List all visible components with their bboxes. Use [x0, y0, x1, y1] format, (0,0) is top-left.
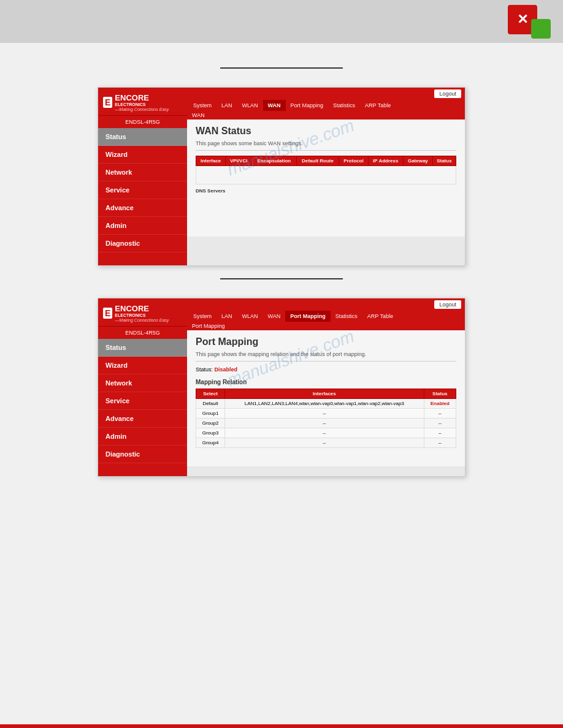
sidebar-menu-2: Status Wizard Network Service Advance Ad…: [98, 339, 187, 463]
logout-button-2[interactable]: Logout: [434, 300, 461, 309]
sidebar-item-status-1[interactable]: Status: [98, 128, 187, 146]
nav-tab-portmapping-1[interactable]: Port Mapping: [286, 100, 329, 111]
port-mapping-table: Select Interfaces Status Default LAN1,LA…: [196, 389, 456, 448]
brand-sub-1: ELECTRONICS: [115, 102, 169, 107]
sidebar-item-admin-2[interactable]: Admin: [98, 428, 187, 446]
router-layout-1: E ENCORE ELECTRONICS —Making Connections…: [98, 88, 465, 265]
top-nav-1: Logout: [187, 88, 465, 100]
router-layout-2: E ENCORE ELECTRONICS —Making Connections…: [98, 298, 465, 476]
sidebar-item-network-2[interactable]: Network: [98, 374, 187, 392]
table-row-default: Default LAN1,LAN2,LAN3,LAN4,wlan,wlan-va…: [196, 399, 456, 409]
sidebar-item-service-2[interactable]: Service: [98, 392, 187, 410]
nav-tab-statistics-2[interactable]: Statistics: [331, 311, 362, 322]
nav-tab-system-2[interactable]: System: [188, 311, 216, 322]
nav-tab-portmapping-2[interactable]: Port Mapping: [285, 311, 331, 322]
device-name-1: ENDSL-4R5G: [98, 116, 187, 128]
nav-tab-arptable-2[interactable]: ARP Table: [362, 311, 398, 322]
nav-tab-system-1[interactable]: System: [188, 100, 216, 111]
bottom-red-bar: [0, 724, 563, 728]
th-gateway: Gateway: [403, 156, 432, 166]
page-title-1: WAN Status: [196, 126, 456, 137]
sidebar-item-diagnostic-2[interactable]: Diagnostic: [98, 446, 187, 463]
sidebar-item-status-2[interactable]: Status: [98, 339, 187, 357]
cell-select-group4: Group4: [196, 438, 225, 448]
th-vpivci: VPI/VCI: [226, 156, 252, 166]
table-row-group1: Group1 -- --: [196, 409, 456, 419]
nav-tab-lan-2[interactable]: LAN: [216, 311, 237, 322]
table-row-group4: Group4 -- --: [196, 438, 456, 448]
header-logo: [508, 5, 551, 39]
sidebar-item-service-1[interactable]: Service: [98, 181, 187, 199]
brand-name-2: ENCORE: [115, 305, 169, 313]
top-nav-2: Logout: [187, 298, 465, 311]
section-divider-1: [220, 67, 343, 69]
encore-logo-1: E ENCORE ELECTRONICS —Making Connections…: [103, 94, 182, 112]
status-value: Disabled: [215, 366, 238, 373]
content-area-2: manualshive.com Port Mapping This page s…: [187, 330, 465, 466]
nav-tab-wan-1[interactable]: WAN: [263, 100, 286, 111]
cell-select-group2: Group2: [196, 419, 225, 428]
breadcrumb-1: WAN: [187, 111, 465, 119]
sidebar-item-advance-2[interactable]: Advance: [98, 410, 187, 428]
sidebar-menu-1: Status Wizard Network Service Advance Ad…: [98, 128, 187, 252]
brand-tagline-2: —Making Connections Easy: [115, 318, 169, 322]
nav-tab-wan-2[interactable]: WAN: [263, 311, 286, 322]
router-ui-wan: E ENCORE ELECTRONICS —Making Connections…: [98, 87, 465, 266]
status-line: Status: Disabled: [196, 366, 456, 373]
router-ui-portmapping: E ENCORE ELECTRONICS —Making Connections…: [98, 298, 465, 477]
sidebar-logo-1: E ENCORE ELECTRONICS —Making Connections…: [98, 88, 187, 116]
cell-status-default: Enabled: [424, 399, 456, 409]
nav-tab-statistics-1[interactable]: Statistics: [328, 100, 360, 111]
sidebar-2: E ENCORE ELECTRONICS —Making Connections…: [98, 298, 187, 476]
main-content-2: Logout System LAN WLAN WAN Port Mapping …: [187, 298, 465, 476]
page-content: E ENCORE ELECTRONICS —Making Connections…: [0, 43, 563, 501]
brand-sub-2: ELECTRONICS: [115, 313, 169, 318]
sidebar-1: E ENCORE ELECTRONICS —Making Connections…: [98, 88, 187, 265]
encore-e-icon-2: E: [103, 308, 112, 319]
th-interfaces: Interfaces: [225, 389, 424, 399]
top-header: [0, 0, 563, 43]
sidebar-item-wizard-1[interactable]: Wizard: [98, 146, 187, 164]
cell-status-group1: --: [424, 409, 456, 419]
sidebar-item-advance-1[interactable]: Advance: [98, 199, 187, 217]
encore-logo-2: E ENCORE ELECTRONICS —Making Connections…: [103, 305, 182, 322]
logo-green-square: [531, 19, 551, 39]
main-content-1: Logout System LAN WLAN WAN Port Mapping …: [187, 88, 465, 265]
cell-interfaces-group1: --: [225, 409, 424, 419]
cell-select-group3: Group3: [196, 428, 225, 438]
page-desc-1: This page shows some basic WAN settings.: [196, 140, 456, 151]
cell-interfaces-group4: --: [225, 438, 424, 448]
dns-servers-label: DNS Servers: [196, 188, 456, 194]
th-ipaddress: IP Address: [368, 156, 403, 166]
cell-status-group4: --: [424, 438, 456, 448]
cell-interfaces-default: LAN1,LAN2,LAN3,LAN4,wlan,wlan-vap0,wlan-…: [225, 399, 424, 409]
nav-tab-arptable-1[interactable]: ARP Table: [360, 100, 396, 111]
nav-tabs-2: System LAN WLAN WAN Port Mapping Statist…: [187, 311, 465, 322]
wan-status-table: Interface VPI/VCI Encapsulation Default …: [196, 156, 456, 184]
th-status: Status: [432, 156, 456, 166]
device-name-2: ENDSL-4R5G: [98, 327, 187, 339]
sidebar-item-network-1[interactable]: Network: [98, 164, 187, 181]
mapping-relation-title: Mapping Relation: [196, 379, 456, 385]
table-row-group2: Group2 -- --: [196, 419, 456, 428]
logout-button-1[interactable]: Logout: [434, 89, 461, 98]
th-status: Status: [424, 389, 456, 399]
table-row-group3: Group3 -- --: [196, 428, 456, 438]
nav-tab-lan-1[interactable]: LAN: [216, 100, 237, 111]
nav-tab-wlan-1[interactable]: WLAN: [237, 100, 263, 111]
nav-tab-wlan-2[interactable]: WLAN: [237, 311, 263, 322]
th-default-route: Default Route: [296, 156, 339, 166]
brand-name-1: ENCORE: [115, 94, 169, 102]
th-interface: Interface: [196, 156, 226, 166]
th-select: Select: [196, 389, 225, 399]
status-label: Status:: [196, 366, 213, 373]
sidebar-item-admin-1[interactable]: Admin: [98, 217, 187, 235]
sidebar-item-wizard-2[interactable]: Wizard: [98, 357, 187, 374]
section-divider-2: [220, 278, 343, 279]
cell-interfaces-group2: --: [225, 419, 424, 428]
cell-interfaces-group3: --: [225, 428, 424, 438]
content-area-1: manualshive.com WAN Status This page sho…: [187, 119, 465, 237]
encore-e-icon: E: [103, 97, 112, 108]
cell-status-group3: --: [424, 428, 456, 438]
sidebar-item-diagnostic-1[interactable]: Diagnostic: [98, 235, 187, 252]
